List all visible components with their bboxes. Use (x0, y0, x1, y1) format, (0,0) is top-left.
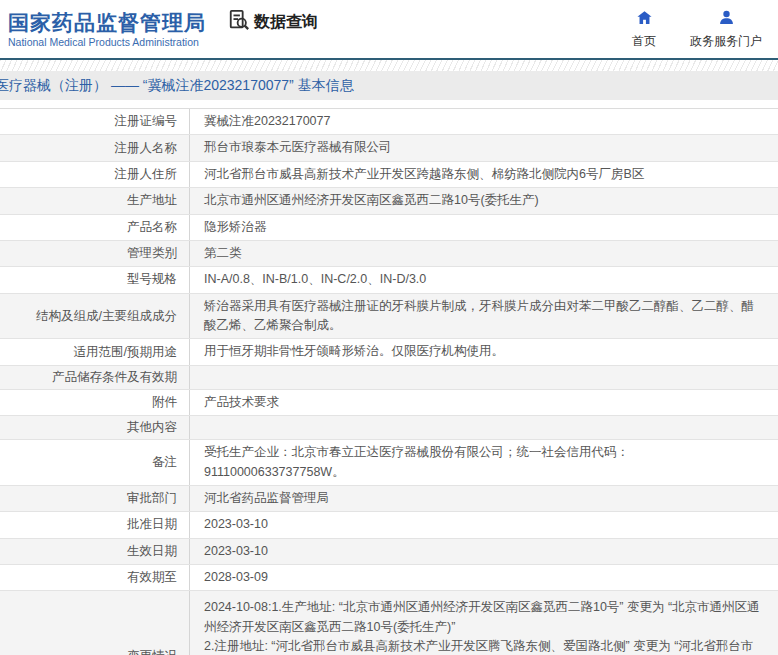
row-label: 备注 (0, 440, 190, 485)
nmpa-logo: 国家药品监督管理局 National Medical Products Admi… (8, 10, 206, 48)
table-row: 有效期至 2028-03-09 (0, 565, 778, 591)
document-search-icon (228, 9, 254, 35)
table-row: 生效日期 2023-03-10 (0, 539, 778, 565)
row-value: 受托生产企业：北京市春立正达医疗器械股份有限公司；统一社会信用代码：911100… (190, 440, 778, 485)
spacer (0, 100, 778, 108)
registration-info-table: 注册证编号 冀械注准20232170077 注册人名称 邢台市琅泰本元医疗器械有… (0, 108, 778, 655)
table-row: 产品名称 隐形矫治器 (0, 215, 778, 241)
row-value: 隐形矫治器 (190, 215, 778, 240)
table-row: 变更情况 2024-10-08:1.生产地址: “北京市通州区通州经济开发区南区… (0, 591, 778, 655)
table-row: 型号规格 IN-A/0.8、IN-B/1.0、IN-C/2.0、IN-D/3.0 (0, 267, 778, 293)
row-value: IN-A/0.8、IN-B/1.0、IN-C/2.0、IN-D/3.0 (190, 267, 778, 292)
row-value: 矫治器采用具有医疗器械注册证的牙科膜片制成，牙科膜片成分由对苯二甲酸乙二醇酯、乙… (190, 294, 778, 339)
row-label: 型号规格 (0, 267, 190, 292)
table-row: 结构及组成/主要组成成分 矫治器采用具有医疗器械注册证的牙科膜片制成，牙科膜片成… (0, 294, 778, 340)
row-value: 用于恒牙期非骨性牙颌畸形矫治。仅限医疗机构使用。 (190, 339, 778, 364)
user-icon (718, 9, 735, 33)
nav-home-label: 首页 (632, 33, 656, 50)
page-title: 医疗器械（注册） —— “冀械注准20232170077” 基本信息 (0, 77, 354, 95)
row-value: 北京市通州区通州经济开发区南区鑫觅西二路10号(委托生产) (190, 188, 778, 213)
table-row: 备注 受托生产企业：北京市春立正达医疗器械股份有限公司；统一社会信用代码：911… (0, 440, 778, 486)
row-label: 变更情况 (0, 591, 190, 655)
row-value: 邢台市琅泰本元医疗器械有限公司 (190, 135, 778, 160)
table-row: 生产地址 北京市通州区通州经济开发区南区鑫觅西二路10号(委托生产) (0, 188, 778, 214)
header: 国家药品监督管理局 National Medical Products Admi… (0, 0, 778, 60)
table-row: 注册人名称 邢台市琅泰本元医疗器械有限公司 (0, 135, 778, 161)
row-label: 结构及组成/主要组成成分 (0, 294, 190, 339)
table-row: 注册证编号 冀械注准20232170077 (0, 109, 778, 135)
row-value: 2024-10-08:1.生产地址: “北京市通州区通州经济开发区南区鑫觅西二路… (190, 591, 778, 655)
row-label: 产品名称 (0, 215, 190, 240)
nav-portal[interactable]: 政务服务门户 (690, 9, 762, 50)
row-value: 2028-03-09 (190, 565, 778, 590)
table-row: 其他内容 (0, 416, 778, 440)
row-label: 适用范围/预期用途 (0, 339, 190, 364)
row-value: 河北省邢台市威县高新技术产业开发区跨越路东侧、棉纺路北侧院内6号厂房B区 (190, 162, 778, 187)
table-row: 注册人住所 河北省邢台市威县高新技术产业开发区跨越路东侧、棉纺路北侧院内6号厂房… (0, 162, 778, 188)
table-row: 批准日期 2023-03-10 (0, 512, 778, 538)
row-label: 管理类别 (0, 241, 190, 266)
table-row: 适用范围/预期用途 用于恒牙期非骨性牙颌畸形矫治。仅限医疗机构使用。 (0, 339, 778, 365)
nav-home[interactable]: 首页 (632, 9, 656, 50)
home-icon (636, 9, 653, 33)
row-value (190, 425, 778, 431)
nav-portal-label: 政务服务门户 (690, 33, 762, 50)
row-value: 2023-03-10 (190, 512, 778, 537)
table-row: 产品储存条件及有效期 (0, 366, 778, 390)
data-query-button[interactable]: 数据查询 (228, 9, 318, 35)
row-label: 批准日期 (0, 512, 190, 537)
row-label: 附件 (0, 390, 190, 415)
logo-title: 国家药品监督管理局 (8, 10, 206, 35)
row-label: 生产地址 (0, 188, 190, 213)
table-row: 管理类别 第二类 (0, 241, 778, 267)
row-label: 审批部门 (0, 486, 190, 511)
hatch-strip (0, 60, 778, 71)
data-query-label: 数据查询 (254, 12, 318, 33)
row-value: 2023-03-10 (190, 539, 778, 564)
row-label: 有效期至 (0, 565, 190, 590)
row-value (190, 374, 778, 380)
row-label: 注册人名称 (0, 135, 190, 160)
table-row: 审批部门 河北省药品监督管理局 (0, 486, 778, 512)
row-value: 冀械注准20232170077 (190, 109, 778, 134)
row-value: 产品技术要求 (190, 390, 778, 415)
row-label: 其他内容 (0, 416, 190, 439)
row-label: 注册人住所 (0, 162, 190, 187)
title-bar: 医疗器械（注册） —— “冀械注准20232170077” 基本信息 (0, 71, 778, 100)
row-value: 河北省药品监督管理局 (190, 486, 778, 511)
row-label: 产品储存条件及有效期 (0, 366, 190, 389)
row-label: 注册证编号 (0, 109, 190, 134)
row-value: 第二类 (190, 241, 778, 266)
logo-subtitle: National Medical Products Administration (8, 36, 206, 48)
table-row: 附件 产品技术要求 (0, 390, 778, 416)
row-label: 生效日期 (0, 539, 190, 564)
header-nav: 首页 政务服务门户 (632, 9, 778, 50)
